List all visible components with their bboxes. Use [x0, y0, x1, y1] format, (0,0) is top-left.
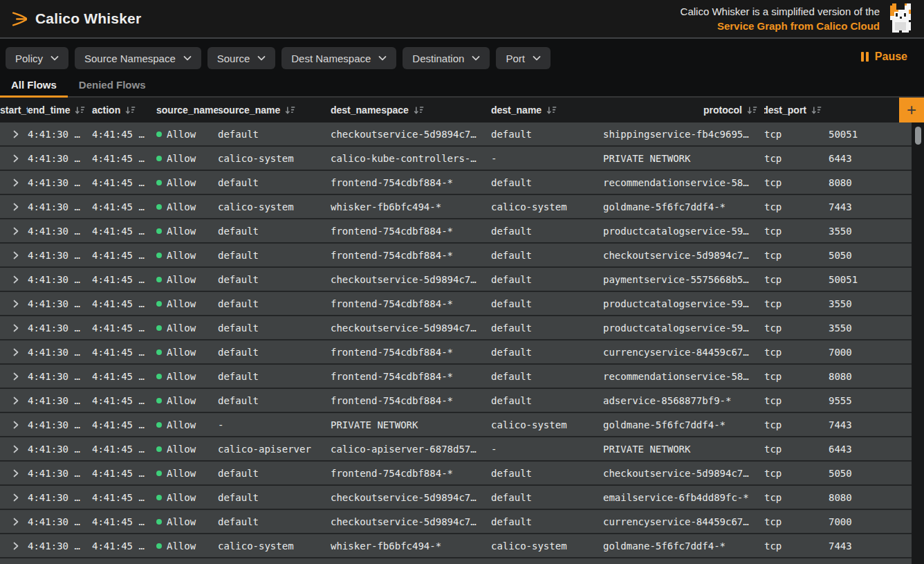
allow-status-dot	[156, 325, 162, 331]
row-expander[interactable]	[0, 300, 28, 308]
cell-protocol: tcp	[764, 250, 829, 261]
tab-all-flows[interactable]: All Flows	[0, 73, 68, 96]
table-row[interactable]: 4:41:30 … 4:41:45 … Allow default fronte…	[0, 365, 912, 389]
filter-chip-port[interactable]: Port	[496, 47, 551, 69]
sort-icon[interactable]	[125, 106, 136, 115]
row-expander[interactable]	[0, 154, 28, 163]
row-expander[interactable]	[0, 397, 28, 405]
allow-status-dot	[156, 349, 162, 355]
column-header-dest-namespace[interactable]: dest_namespace	[331, 104, 491, 116]
row-expander[interactable]	[0, 518, 28, 526]
row-expander[interactable]	[0, 542, 28, 550]
cell-dest-port: 7443	[829, 540, 912, 552]
pause-icon	[861, 52, 869, 62]
chevron-right-icon	[13, 397, 19, 405]
cell-dest-port: 8080	[829, 492, 912, 503]
cell-dest-namespace: default	[491, 250, 603, 261]
sort-icon[interactable]	[285, 106, 295, 115]
cell-dest-port: 3550	[829, 298, 912, 309]
row-expander[interactable]	[0, 227, 28, 235]
sort-icon[interactable]	[414, 106, 424, 115]
chevron-right-icon	[13, 275, 19, 284]
whisker-logo-icon	[11, 10, 30, 28]
table-row[interactable]: 4:41:30 … 4:41:45 … Allow calico-apiserv…	[0, 437, 912, 462]
row-expander[interactable]	[0, 421, 28, 429]
table-row[interactable]: 4:41:30 … 4:41:45 … Allow calico-system …	[0, 534, 912, 558]
cell-start-time: 4:41:30 …	[28, 129, 92, 140]
column-header-dest-port[interactable]: dest_port	[764, 104, 829, 116]
filter-chip-dest-namespace[interactable]: Dest Namespace	[281, 47, 396, 69]
column-header-source-namespace[interactable]: source_namespace	[156, 104, 218, 116]
table-row[interactable]: 4:41:30 … 4:41:45 … Allow calico-system …	[0, 195, 912, 219]
row-expander[interactable]	[0, 324, 28, 332]
allow-status-dot	[156, 543, 162, 549]
table-row[interactable]: 4:41:30 … 4:41:45 … Allow default checko…	[0, 122, 912, 147]
cell-source-name: frontend-754cdbf884-*	[331, 347, 491, 358]
sort-icon[interactable]	[75, 106, 85, 115]
service-graph-link[interactable]: Service Graph from Calico Cloud	[681, 19, 880, 33]
table-row[interactable]: 4:41:30 … 4:41:45 … Allow default checko…	[0, 510, 912, 534]
pause-button[interactable]: Pause	[861, 51, 907, 63]
cell-action: Allow	[156, 492, 218, 503]
column-header-protocol[interactable]: protocol	[603, 104, 764, 116]
allow-status-dot	[156, 398, 162, 403]
row-expander[interactable]	[0, 493, 28, 502]
row-expander[interactable]	[0, 372, 28, 381]
filter-chip-source-namespace[interactable]: Source Namespace	[75, 47, 201, 69]
table-row[interactable]: 4:41:30 … 4:41:45 … Allow default fronte…	[0, 244, 912, 268]
action-label: Allow	[167, 177, 196, 188]
row-expander[interactable]	[0, 130, 28, 138]
column-header-start-time[interactable]: start_time	[0, 104, 28, 116]
table-row[interactable]: 4:41:30 … 4:41:45 … Allow calico-system …	[0, 147, 912, 171]
cell-dest-port: 9555	[829, 395, 912, 406]
scrollbar-track[interactable]	[912, 122, 924, 564]
table-row[interactable]: 4:41:30 … 4:41:45 … Allow default fronte…	[0, 389, 912, 413]
row-expander[interactable]	[0, 348, 28, 356]
column-header-end-time[interactable]: end_time	[28, 104, 92, 116]
filter-chip-destination[interactable]: Destination	[403, 47, 490, 69]
chevron-right-icon	[13, 179, 19, 187]
filter-chip-label: Source	[217, 53, 250, 64]
action-label: Allow	[167, 371, 196, 382]
sort-icon[interactable]	[811, 106, 822, 115]
row-expander[interactable]	[0, 251, 28, 260]
sort-icon[interactable]	[747, 106, 757, 115]
cell-source-name: checkoutservice-5d9894c7…	[331, 129, 491, 140]
row-expander[interactable]	[0, 445, 28, 453]
chevron-right-icon	[13, 348, 19, 356]
table-row[interactable]: 4:41:30 … 4:41:45 … Allow default fronte…	[0, 292, 912, 316]
table-row[interactable]: 4:41:30 … 4:41:45 … Allow default fronte…	[0, 340, 912, 365]
table-row[interactable]: 4:41:30 … 4:41:45 … Allow default checko…	[0, 486, 912, 510]
table-row[interactable]: 4:41:30 … 4:41:45 … Allow default fronte…	[0, 171, 912, 195]
column-header-label: source_namespace	[156, 104, 218, 116]
cell-dest-port: 7443	[829, 201, 912, 212]
row-expander[interactable]	[0, 469, 28, 477]
column-header-action[interactable]: action	[92, 104, 156, 116]
cell-dest-namespace: default	[491, 274, 603, 285]
row-expander[interactable]	[0, 203, 28, 211]
table-row[interactable]: 4:41:30 … 4:41:45 … Allow - PRIVATE NETW…	[0, 413, 912, 437]
tagline-group: Calico Whisker is a simplified version o…	[681, 3, 917, 35]
filter-chip-policy[interactable]: Policy	[6, 47, 68, 69]
column-header-source-name[interactable]: source_name	[218, 104, 331, 116]
sort-icon[interactable]	[546, 106, 557, 115]
table-row[interactable]: 4:41:30 … 4:41:45 … Allow default fronte…	[0, 219, 912, 244]
table-row[interactable]: 4:41:30 … 4:41:45 … Allow default fronte…	[0, 462, 912, 486]
tagline-text: Calico Whisker is a simplified version o…	[681, 4, 880, 19]
row-expander[interactable]	[0, 275, 28, 284]
column-header-dest-name[interactable]: dest_name	[491, 104, 603, 116]
tab-denied-flows[interactable]: Denied Flows	[68, 73, 157, 96]
table-row[interactable]: 4:41:30 … 4:41:45 … Allow default checko…	[0, 316, 912, 340]
row-expander[interactable]	[0, 179, 28, 187]
filter-chip-source[interactable]: Source	[207, 47, 276, 69]
cell-dest-port: 7443	[829, 419, 912, 430]
add-column-button[interactable]: +	[899, 98, 924, 122]
scrollbar-thumb[interactable]	[915, 127, 921, 145]
allow-status-dot	[156, 253, 162, 258]
table-row[interactable]: 4:41:30 … 4:41:45 … Allow default checko…	[0, 268, 912, 292]
cell-source-name: frontend-754cdbf884-*	[331, 177, 491, 188]
cell-start-time: 4:41:30 …	[28, 322, 92, 334]
cell-action: Allow	[156, 444, 218, 455]
cell-protocol: tcp	[764, 371, 829, 382]
cell-start-time: 4:41:30 …	[28, 298, 92, 309]
